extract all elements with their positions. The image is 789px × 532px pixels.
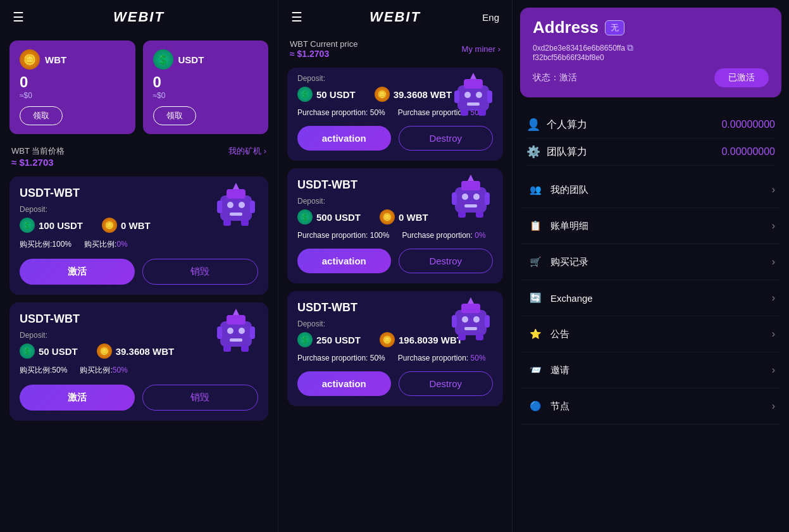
- purchase-record-label: 购买记录: [550, 256, 588, 268]
- left-miner-2-wbt-item: 🪙 39.3608 WBT: [97, 343, 175, 359]
- left-miner-1-proportion-row: 购买比例:100% 购买比例:0%: [20, 239, 258, 250]
- personal-power-row: 👤 个人算力 0.00000000: [526, 111, 775, 139]
- menu-item-invite[interactable]: 📨 邀请 ›: [521, 352, 780, 388]
- menu-item-node[interactable]: 🔵 节点 ›: [521, 388, 780, 424]
- svg-rect-31: [461, 181, 480, 190]
- left-miner-1-prop-1: 购买比例:100%: [20, 239, 71, 250]
- svg-rect-35: [452, 192, 457, 205]
- left-miner-1-wbt-amount: 0 WBT: [121, 220, 151, 231]
- mid-miner-3-usdt-icon: 💲: [297, 332, 313, 347]
- left-miner-1-action-row: 激活 销毁: [20, 259, 258, 285]
- svg-rect-15: [217, 326, 222, 339]
- left-menu-icon[interactable]: ☰: [13, 9, 24, 25]
- right-panel: Address 无 0xd2be3e83416e6b8650ffa ⧉ f32b…: [513, 0, 789, 532]
- balance-row: 🪙 WBT 0 ≈$0 领取 💲 USDT 0 ≈$0 领取: [0, 34, 278, 140]
- mid-miner-2-robot: [449, 175, 493, 219]
- mid-miner-3-destroy-button[interactable]: Destroy: [399, 371, 494, 396]
- svg-rect-29: [478, 109, 486, 116]
- mid-miner-1-prop-1: Purchase proportion: 50%: [297, 108, 385, 117]
- left-miner-1-robot: [214, 183, 258, 227]
- svg-point-23: [476, 92, 482, 98]
- mid-miner-1-destroy-button[interactable]: Destroy: [399, 126, 494, 151]
- svg-rect-25: [454, 90, 459, 103]
- mid-miner-2-destroy-button[interactable]: Destroy: [399, 249, 494, 273]
- wbt-claim-button[interactable]: 领取: [20, 106, 63, 125]
- invite-chevron-icon: ›: [772, 364, 775, 376]
- svg-rect-8: [223, 220, 231, 226]
- mid-menu-icon[interactable]: ☰: [291, 9, 302, 25]
- activated-button[interactable]: 已激活: [714, 68, 769, 87]
- my-team-chevron-icon: ›: [772, 184, 775, 195]
- svg-rect-0: [220, 195, 252, 221]
- svg-rect-39: [476, 211, 483, 218]
- team-power-row: ⚙️ 团队算力 0.00000000: [526, 139, 775, 166]
- address-card: Address 无 0xd2be3e83416e6b8650ffa ⧉ f32b…: [520, 8, 781, 97]
- mid-miner-card-1: Deposit: 💲 50 USDT 🪙 39.3608 WBT Purchas…: [287, 68, 503, 161]
- menu-item-announcement[interactable]: ⭐ 公告 ›: [521, 316, 780, 352]
- wbt-card-header: 🪙 WBT: [20, 49, 125, 70]
- power-section: 👤 个人算力 0.00000000 ⚙️ 团队算力 0.00000000: [513, 105, 789, 168]
- mid-miner-3-usdt-item: 💲 250 USDT: [297, 332, 361, 347]
- wbt-amount: 0: [20, 73, 125, 91]
- svg-rect-4: [230, 213, 242, 216]
- mid-miner-1-wbt-item: 🪙 39.3608 WBT: [375, 87, 452, 102]
- svg-rect-16: [250, 326, 255, 339]
- mid-miner-2-wbt-amount: 0 WBT: [399, 212, 428, 223]
- svg-rect-36: [485, 192, 490, 205]
- mid-miner-2-prop-1: Purchase proportion: 100%: [297, 231, 389, 240]
- mid-lang[interactable]: Eng: [482, 12, 499, 23]
- mid-miner-1-activate-button[interactable]: activation: [297, 126, 391, 151]
- mid-miners-list: Deposit: 💲 50 USDT 🪙 39.3608 WBT Purchas…: [278, 64, 512, 532]
- left-miner-1-activate-button[interactable]: 激活: [20, 259, 135, 285]
- mid-miner-1-wbt-icon: 🪙: [375, 87, 390, 102]
- left-my-miner-link[interactable]: 我的矿机 ›: [228, 145, 266, 157]
- svg-rect-48: [458, 334, 466, 340]
- left-miner-2-action-row: 激活 销毁: [20, 385, 258, 411]
- left-miner-1-wbt-item: 🪙 0 WBT: [102, 218, 151, 233]
- invite-label: 邀请: [550, 364, 569, 376]
- svg-marker-7: [233, 183, 239, 189]
- menu-item-account-detail[interactable]: 📋 账单明细 ›: [521, 208, 780, 244]
- mid-miner-3-activate-button[interactable]: activation: [297, 371, 391, 396]
- invite-icon: 📨: [526, 361, 544, 379]
- node-icon: 🔵: [526, 397, 544, 415]
- left-miner-2-prop-1: 购买比例:50%: [20, 365, 67, 376]
- left-miner-1-destroy-button[interactable]: 销毁: [142, 259, 259, 285]
- svg-rect-49: [476, 334, 483, 340]
- mid-miner-1-usdt-amount: 50 USDT: [316, 89, 356, 100]
- usdt-claim-button[interactable]: 领取: [153, 106, 196, 125]
- copy-icon[interactable]: ⧉: [627, 42, 633, 53]
- mid-miner-1-usdt-item: 💲 50 USDT: [297, 87, 356, 102]
- svg-point-13: [239, 328, 245, 334]
- mid-miner-2-activate-button[interactable]: activation: [297, 249, 391, 273]
- account-detail-chevron-icon: ›: [772, 220, 775, 232]
- mid-logo: WEBIT: [370, 9, 421, 25]
- svg-rect-26: [487, 90, 492, 103]
- left-miner-2-wbt-amount: 39.3608 WBT: [116, 346, 175, 357]
- svg-rect-45: [452, 315, 457, 328]
- svg-rect-18: [223, 345, 231, 352]
- left-miner-2-destroy-button[interactable]: 销毁: [142, 385, 259, 411]
- purchase-record-chevron-icon: ›: [772, 256, 775, 268]
- menu-item-node-left: 🔵 节点: [526, 397, 569, 415]
- mid-my-miner-link[interactable]: My miner ›: [462, 44, 500, 54]
- svg-rect-20: [457, 85, 489, 111]
- left-miner-1-wbt-icon: 🪙: [102, 218, 117, 233]
- exchange-chevron-icon: ›: [772, 292, 775, 304]
- mid-header: ☰ WEBIT Eng: [278, 0, 512, 34]
- announcement-chevron-icon: ›: [772, 328, 775, 340]
- account-detail-label: 账单明细: [550, 220, 588, 232]
- my-team-icon: 👥: [526, 181, 544, 199]
- svg-point-12: [227, 328, 233, 334]
- svg-rect-14: [230, 338, 242, 342]
- menu-item-purchase-record-left: 🛒 购买记录: [526, 253, 588, 271]
- left-miner-2-usdt-amount: 50 USDT: [39, 346, 78, 357]
- menu-item-exchange[interactable]: 🔄 Exchange ›: [521, 280, 780, 316]
- menu-item-my-team[interactable]: 👥 我的团队 ›: [521, 172, 780, 208]
- svg-point-22: [464, 92, 471, 98]
- menu-item-purchase-record[interactable]: 🛒 购买记录 ›: [521, 244, 780, 280]
- wbt-coin-icon: 🪙: [20, 49, 40, 70]
- left-miner-2-activate-button[interactable]: 激活: [20, 385, 135, 411]
- mid-miner-2-prop-row: Purchase proportion: 100% Purchase propo…: [297, 231, 493, 240]
- usdt-usd: ≈$0: [153, 91, 259, 100]
